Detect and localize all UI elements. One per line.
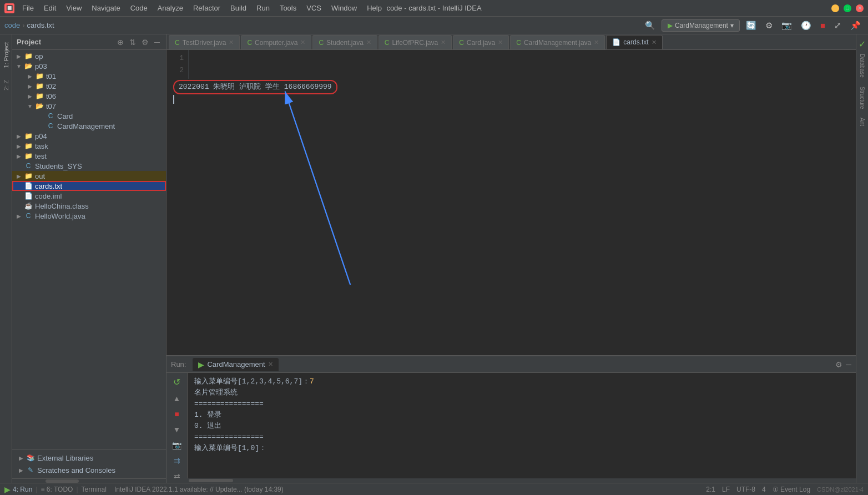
menu-navigate[interactable]: Navigate xyxy=(87,3,124,13)
tab-close-cardstxt[interactable]: ✕ xyxy=(652,39,657,46)
tree-item-t01[interactable]: ▶ 📁 t01 xyxy=(12,71,166,81)
minimize-panel-button[interactable]: ─ xyxy=(846,360,851,369)
status-encoding[interactable]: UTF-8 xyxy=(736,486,755,493)
menu-tools[interactable]: Tools xyxy=(275,3,301,13)
console-scrollbar-thumb[interactable] xyxy=(189,479,233,482)
tab-close-testdriver[interactable]: ✕ xyxy=(229,39,234,46)
stop-run-button[interactable]: ■ xyxy=(173,408,180,420)
breadcrumb-file[interactable]: cards.txt xyxy=(27,21,54,29)
menu-run[interactable]: Run xyxy=(252,3,274,13)
folder-icon-p04: 📁 xyxy=(23,132,33,140)
tab-testdriver[interactable]: C TestDriver.java ✕ xyxy=(169,35,240,49)
camera-panel-button[interactable]: 📷 xyxy=(170,439,183,451)
java-file-icon-helloworld: C xyxy=(23,211,33,220)
tab-close-cardjava[interactable]: ✕ xyxy=(498,39,503,46)
tab-close-lifeofprc[interactable]: ✕ xyxy=(441,39,446,46)
menu-view[interactable]: View xyxy=(62,3,86,13)
menu-window[interactable]: Window xyxy=(327,3,361,13)
menu-analyze[interactable]: Analyze xyxy=(153,3,188,13)
user-watermark: CSDN@zi2021·4 xyxy=(817,486,864,493)
code-content[interactable]: 2022001 朱晓明 泸职院 学生 16866669999 xyxy=(166,79,856,355)
external-libraries-item[interactable]: ▶ 📚 External Libraries xyxy=(12,452,166,464)
tree-item-cards-txt[interactable]: 📄 cards.txt xyxy=(12,181,166,191)
close-button[interactable]: ✕ xyxy=(856,4,864,12)
ant-tab[interactable]: Ant xyxy=(859,118,865,126)
clock-button[interactable]: 🕐 xyxy=(798,19,814,32)
status-indent[interactable]: 4 xyxy=(762,486,766,493)
minimize-button[interactable]: ─ xyxy=(831,4,839,12)
tree-item-test[interactable]: ▶ 📁 test xyxy=(12,151,166,161)
settings-button[interactable]: ⚙ xyxy=(763,19,775,32)
expand-button[interactable]: ⤢ xyxy=(831,19,844,32)
run-tab-cardmanagement[interactable]: ▶ CardManagement ✕ xyxy=(193,358,278,371)
camera-button[interactable]: 📷 xyxy=(779,19,795,32)
status-bar: ▶ 4: Run | ≡ 6: TODO | Terminal IntelliJ… xyxy=(0,483,868,495)
maximize-button[interactable]: □ xyxy=(844,4,851,12)
tree-item-studentssys[interactable]: C Students_SYS xyxy=(12,161,166,171)
menu-help[interactable]: Help xyxy=(362,3,386,13)
scrollbar-thumb[interactable] xyxy=(46,479,79,483)
menu-build[interactable]: Build xyxy=(226,3,251,13)
scratches-consoles-item[interactable]: ▶ ✎ Scratches and Consoles xyxy=(12,464,166,476)
status-run-label[interactable]: 4: Run xyxy=(13,486,32,493)
settings-panel-button[interactable]: ⚙ xyxy=(835,360,842,369)
console-output[interactable]: 输入菜单编号[1,2,3,4,5,6,7]：7 名片管理系统 =========… xyxy=(188,373,856,478)
editor-area[interactable]: 1 2 2022001 朱晓明 泸职院 学生 16866669999 xyxy=(166,50,856,355)
menu-refactor[interactable]: Refactor xyxy=(189,3,225,13)
scroll-up-button[interactable]: ▲ xyxy=(171,392,183,405)
tree-item-code-iml[interactable]: 📄 code.iml xyxy=(12,191,166,201)
search-button[interactable]: 🔍 xyxy=(642,19,658,32)
add-button[interactable]: ⊕ xyxy=(115,38,125,47)
status-event-log[interactable]: ① Event Log xyxy=(773,486,810,493)
menu-edit[interactable]: Edit xyxy=(39,3,60,13)
database-tab[interactable]: Database xyxy=(859,54,865,78)
tab-lifeofprc[interactable]: C LifeOfPRC.java ✕ xyxy=(379,35,452,49)
tree-item-out[interactable]: ▶ 📁 out xyxy=(12,171,166,181)
structure-tab-right[interactable]: Structure xyxy=(859,87,865,109)
tree-item-hellochina[interactable]: ☕ HelloChina.class xyxy=(12,201,166,211)
minimize-sidebar-button[interactable]: ─ xyxy=(153,38,162,47)
tab-cardstxt[interactable]: 📄 cards.txt ✕ xyxy=(606,35,662,49)
rerun-button[interactable]: ↺ xyxy=(171,375,182,389)
format-button[interactable]: ⇉ xyxy=(172,454,182,467)
tree-item-cardmanagement[interactable]: C CardManagement xyxy=(12,121,166,131)
menu-code[interactable]: Code xyxy=(126,3,152,13)
gear-icon[interactable]: ⚙ xyxy=(140,38,150,47)
tab-close-computer[interactable]: ✕ xyxy=(300,39,305,46)
console-scrollbar[interactable] xyxy=(166,478,856,483)
refresh-button[interactable]: 🔄 xyxy=(743,19,759,32)
tab-close-cardmanagementjava[interactable]: ✕ xyxy=(594,39,599,46)
menu-file[interactable]: File xyxy=(18,3,38,13)
tree-item-t06[interactable]: ▶ 📁 t06 xyxy=(12,91,166,101)
breadcrumb-root[interactable]: code xyxy=(4,21,20,29)
tab-student[interactable]: C Student.java ✕ xyxy=(312,35,377,49)
menu-vcs[interactable]: VCS xyxy=(302,3,326,13)
stop-button[interactable]: ■ xyxy=(817,19,828,31)
status-todo-label[interactable]: ≡ 6: TODO xyxy=(41,486,73,493)
tab-cardmanagement[interactable]: C CardManagement.java ✕ xyxy=(510,35,605,49)
tab-cardjava[interactable]: C Card.java ✕ xyxy=(453,35,509,49)
scroll-down-button[interactable]: ▼ xyxy=(171,423,183,436)
tree-item-p03[interactable]: ▼ 📂 p03 xyxy=(12,61,166,71)
run-tab-close[interactable]: ✕ xyxy=(268,361,273,368)
tree-item-t07[interactable]: ▼ 📂 t07 xyxy=(12,101,166,111)
project-tab[interactable]: 1: Project xyxy=(1,38,11,72)
tree-item-p04[interactable]: ▶ 📁 p04 xyxy=(12,131,166,141)
tree-item-helloworld[interactable]: ▶ C HelloWorld.java xyxy=(12,211,166,221)
tree-item-task[interactable]: ▶ 📁 task xyxy=(12,141,166,151)
tab-computer[interactable]: C Computer.java ✕ xyxy=(241,35,311,49)
tab-close-student[interactable]: ✕ xyxy=(366,39,371,46)
tree-item-op[interactable]: ▶ 📁 op xyxy=(12,51,166,61)
tree-item-t02[interactable]: ▶ 📁 t02 xyxy=(12,81,166,91)
library-icon: 📚 xyxy=(26,453,36,462)
run-config-dropdown[interactable]: ▶ CardManagement ▾ xyxy=(662,19,740,32)
tree-item-card[interactable]: C Card xyxy=(12,111,166,121)
status-linesep[interactable]: LF xyxy=(722,486,730,493)
structure-tab-left[interactable]: 2: Z xyxy=(1,75,11,95)
pin-button[interactable]: 📌 xyxy=(847,19,864,32)
scroll-button[interactable]: ⇅ xyxy=(128,38,138,47)
status-terminal-label[interactable]: Terminal xyxy=(82,486,107,493)
wrap-button[interactable]: ⇄ xyxy=(172,470,182,478)
sidebar-scrollbar[interactable] xyxy=(12,478,166,483)
status-position[interactable]: 2:1 xyxy=(706,486,715,493)
